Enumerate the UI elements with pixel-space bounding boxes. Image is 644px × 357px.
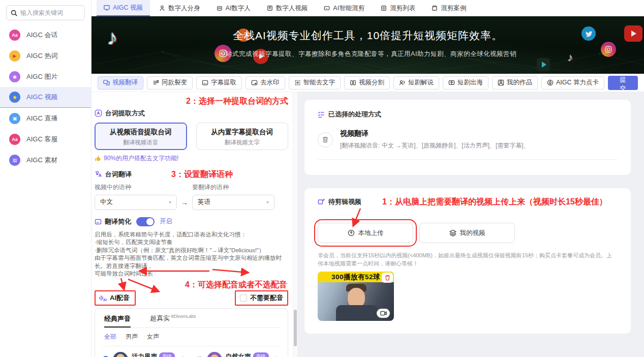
voice-item[interactable]: 活力男声高级美国 [102, 348, 187, 357]
voice-item[interactable]: 自然女声高级美国 [196, 348, 281, 357]
panel-scrollbar[interactable] [293, 92, 297, 357]
tool-video-split-button[interactable]: 视频分割 [344, 76, 390, 90]
edit-clip-icon [318, 198, 325, 205]
tab-classic-voices[interactable]: 经典声音 [104, 314, 131, 328]
tab-ai-digital-human[interactable]: AI数字人 [209, 0, 258, 16]
subtitle-icon [202, 79, 208, 86]
tab-realistic-voices[interactable]: 超真实IIElevenLabs [150, 314, 196, 327]
language-selector-row: 视频中的语种 中文 ▾ → 要翻译的语种 英语 ▾ [95, 183, 288, 210]
sidebar-item-label: AIGC 会话 [26, 31, 57, 40]
extract-method-cards: 从视频语音提取台词 翻译视频语音 从内置字幕提取台词 翻译视频文字 [95, 123, 288, 150]
video-split-icon [350, 79, 356, 86]
submit-task-button[interactable]: 提交任务 [608, 76, 638, 90]
delete-method-button[interactable] [318, 132, 333, 147]
toggle-knob [146, 218, 154, 225]
assets-icon: ▤ [9, 155, 20, 166]
sidebar-item-aigc-service[interactable]: Aa AIGC 客服 [0, 129, 91, 150]
tool-compute-card-button[interactable]: AIGC 算力点卡 [541, 76, 604, 90]
sidebar-item-aigc-video[interactable]: ◆ AIGC 视频 [0, 87, 91, 108]
extract-section-header: 台词提取方式 [95, 109, 288, 118]
premium-badge: 高级 [159, 352, 175, 357]
search-input[interactable] [20, 9, 80, 16]
app-window: Aa AIGC 会话 ▶ AIGC 热词 ◉ AIGC 图片 ◆ AIGC 视频… [0, 0, 644, 357]
sidebar-item-label: AIGC 客服 [26, 135, 57, 144]
scrollbar-thumb[interactable] [294, 310, 297, 346]
tab-editing-cases[interactable]: 混剪案例 [424, 0, 473, 16]
selected-method-tags: [翻译视频语音: 中文 →英语]、[原视频静音]、[活力男声]、[需要字幕]、 [340, 141, 530, 150]
hero-banner: ♪ ♫ ♪ 全栈AI视频专业创作工具，10 [91, 16, 644, 74]
simplify-toggle[interactable] [136, 217, 155, 226]
filter-male[interactable]: 男声 [126, 333, 138, 341]
tool-drama-narration-button[interactable]: 短剧解说 [393, 76, 439, 90]
voice-grid: 活力男声高级美国 自然女声高级美国 自然男声高级美国 [102, 346, 281, 357]
search-box[interactable] [6, 5, 85, 20]
playstore-icon [537, 58, 550, 71]
tab-ai-smart-editing[interactable]: AI智能混剪 [317, 0, 372, 16]
my-videos-button[interactable]: 我的视频 [419, 223, 515, 243]
video-icon: ◆ [9, 92, 20, 103]
simplify-description: 启用后，系统将精简句子长度，适配口语表达和文化习惯： ·缩短长句，匹配英文阅读节… [95, 231, 288, 278]
tab-aigc-video[interactable]: AIGC 视频 [97, 0, 150, 16]
sidebar-item-aigc-assets[interactable]: ▤ AIGC 素材 [0, 150, 91, 170]
card-icon [95, 218, 102, 225]
sidebar-item-aigc-image[interactable]: ◉ AIGC 图片 [0, 66, 91, 87]
sidebar-item-aigc-hotwords[interactable]: ▶ AIGC 热词 [0, 45, 91, 66]
tool-my-works-button[interactable]: 我的作品 [492, 76, 538, 90]
member-note: 非会员，当前仅支持15秒以内的视频(<400MB)，如超出最终生成视频仅保留视频… [318, 251, 618, 267]
hotwords-icon: ▶ [9, 50, 20, 62]
tool-drama-overseas-button[interactable]: 短剧出海 [443, 76, 488, 90]
source-lang-label: 视频中的语种 [95, 183, 177, 192]
simplify-row: 翻译简化 开启 [95, 217, 288, 226]
voice-avatar [113, 352, 128, 357]
plexus-lines [91, 16, 644, 74]
tool-subtitle-extract-button[interactable]: 字幕提取 [196, 76, 242, 90]
selected-method-title: 视频翻译 [340, 129, 530, 138]
translate-section-header: 台词翻译 [95, 170, 132, 179]
selected-method-item: 视频翻译 [翻译视频语音: 中文 →英语]、[原视频静音]、[活力男声]、[需要… [318, 129, 618, 150]
trash-icon [322, 136, 328, 143]
arrow-right-icon: → [181, 195, 188, 210]
list-icon [381, 5, 387, 11]
elevenlabs-label: IIElevenLabs [171, 314, 196, 319]
tool-smart-text-remove-button[interactable]: 智能去文字 [289, 76, 341, 90]
local-upload-button[interactable]: 本地上传 [318, 223, 413, 243]
source-lang-select[interactable]: 中文 ▾ [95, 195, 177, 210]
feature-toolbar: 视频翻译 同款裂变 字幕提取 去水印 智能去文字 视频分割 [91, 74, 644, 92]
no-dub-checkbox[interactable]: 不需要配音 [235, 290, 288, 306]
tool-watermark-remove-button[interactable]: 去水印 [246, 76, 285, 90]
sidebar-item-label: AIGC 视频 [26, 93, 57, 102]
banner-subtitle: 一站式完成视频字幕提取、字幕擦除和多角色克隆配音等，真正用AI助力短剧、商家的全… [91, 50, 644, 58]
tab-digital-human-video[interactable]: 数字人视频 [260, 0, 315, 16]
works-icon [498, 79, 504, 86]
checkbox-icon[interactable] [240, 294, 247, 302]
extract-from-audio-card[interactable]: 从视频语音提取台词 翻译视频语音 [95, 123, 187, 150]
split-icon [152, 79, 159, 86]
top-nav: AIGC 视频 数字人分身 AI数字人 数字人视频 AI智能混剪 混剪列表 [91, 0, 644, 16]
a-badge-icon [95, 109, 102, 117]
annotation-step1: 1：从电脑上把需要翻译的视频上传上来（视频时长15秒最佳） [382, 197, 607, 206]
sidebar-item-aigc-chat[interactable]: Aa AIGC 会话 [0, 24, 91, 45]
delete-video-button[interactable] [382, 273, 393, 283]
tool-clone-variant-button[interactable]: 同款裂变 [147, 76, 193, 90]
extract-from-subtitle-card[interactable]: 从内置字幕提取台词 翻译视频文字 [196, 123, 289, 150]
translate-icon [103, 79, 110, 86]
tab-digital-avatar[interactable]: 数字人分身 [152, 0, 207, 16]
translate-sparkle-icon [95, 170, 102, 178]
sidebar-item-aigc-live[interactable]: ▣ AIGC 直播 [0, 108, 91, 129]
simplify-label: 翻译简化 [95, 217, 131, 226]
trash-icon [385, 275, 390, 281]
pending-video-card: 待剪辑视频 1：从电脑上把需要翻译的视频上传上来（视频时长15秒最佳） [304, 188, 631, 334]
annotation-step3: 3：设置翻译语种 [171, 170, 233, 179]
live-icon: ▣ [9, 113, 20, 124]
sidebar: Aa AIGC 会话 ▶ AIGC 热词 ◉ AIGC 图片 ◆ AIGC 视频… [0, 0, 91, 357]
tab-editing-list[interactable]: 混剪列表 [374, 0, 422, 16]
sidebar-item-label: AIGC 直播 [26, 114, 57, 123]
compute-card-icon [547, 79, 554, 86]
voice-avatar [207, 352, 222, 357]
tool-video-translate-button[interactable]: 视频翻译 [98, 76, 143, 90]
uploaded-video-thumbnail[interactable]: 300播放有52球 [318, 272, 394, 321]
filter-female[interactable]: 女声 [147, 333, 159, 341]
target-lang-select[interactable]: 英语 ▾ [192, 195, 274, 210]
chevron-down-icon: ▾ [169, 199, 171, 205]
filter-all[interactable]: 全部 [104, 333, 116, 341]
